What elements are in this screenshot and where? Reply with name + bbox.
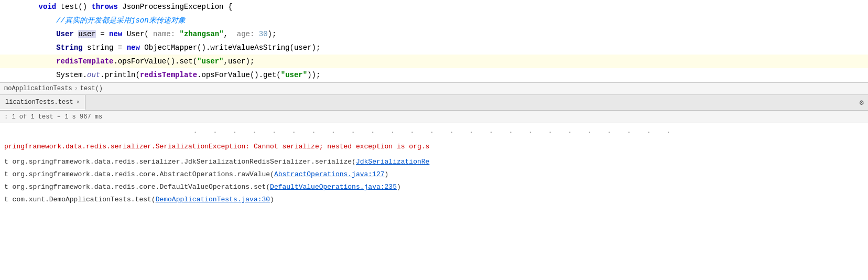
code-line: redisTemplate.opsForValue().set("user",u… <box>0 55 868 68</box>
code-editor: void test() throws JsonProcessingExcepti… <box>0 0 868 82</box>
code-line: void test() throws JsonProcessingExcepti… <box>0 0 868 14</box>
breadcrumb-part-2: test() <box>80 85 103 92</box>
dots-separator: · · · · · · · · · · · · · · · · · · · · … <box>0 127 868 138</box>
breadcrumb-separator: › <box>74 85 78 92</box>
stack-line-4: t com.xunt.DemoApplicationTests.test(Dem… <box>0 193 868 206</box>
breadcrumb-bar: moApplicationTests › test() <box>0 82 868 95</box>
stack-link[interactable]: DefaultValueOperations.java:235 <box>270 183 397 191</box>
tab-test[interactable]: licationTests.test × <box>0 95 85 110</box>
error-output: · · · · · · · · · · · · · · · · · · · · … <box>0 123 868 206</box>
tab-label: licationTests.test <box>5 99 73 106</box>
test-result-bar: : 1 of 1 test – 1 s 967 ms <box>0 111 868 123</box>
stack-line-3: t org.springframework.data.redis.core.De… <box>0 181 868 193</box>
code-line: String string = new ObjectMapper().write… <box>0 41 868 55</box>
breadcrumb-part-1: moApplicationTests <box>4 85 72 92</box>
stack-link[interactable]: DemoApplicationTests.java:30 <box>156 196 270 203</box>
settings-icon[interactable]: ⚙ <box>855 98 868 107</box>
stack-link[interactable]: AbstractOperations.java:127 <box>274 170 385 178</box>
code-line: //真实的开发都是采用json来传递对象 <box>0 14 868 27</box>
error-main-line: pringframework.data.redis.serializer.Ser… <box>0 138 868 156</box>
code-line: User user = new User( name: "zhangsan", … <box>0 27 868 41</box>
stack-line-1: t org.springframework.data.redis.seriali… <box>0 156 868 168</box>
tab-close-icon[interactable]: × <box>77 99 80 105</box>
code-line: System.out.println(redisTemplate.opsForV… <box>0 68 868 82</box>
test-result-text: : 1 of 1 test – 1 s 967 ms <box>4 113 102 121</box>
stack-link[interactable]: JdkSerializationRe <box>356 158 429 166</box>
stack-line-2: t org.springframework.data.redis.core.Ab… <box>0 168 868 181</box>
tab-bar: licationTests.test × ⚙ <box>0 95 868 111</box>
